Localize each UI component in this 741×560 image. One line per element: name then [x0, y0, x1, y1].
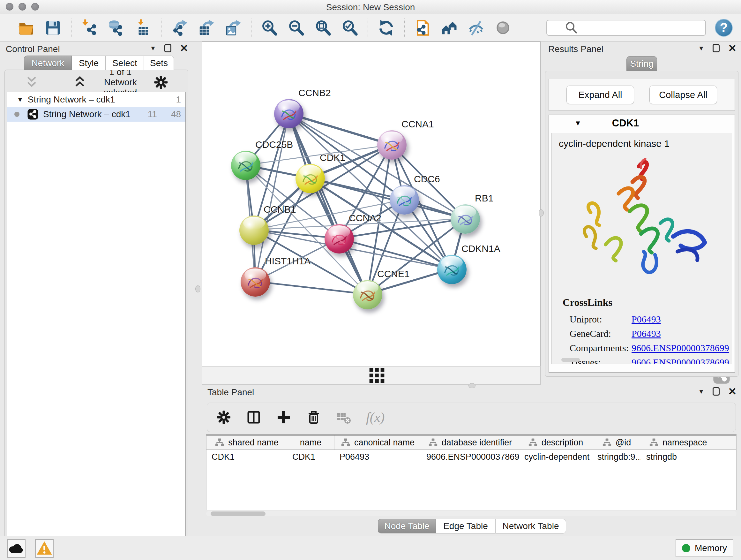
tab-select[interactable]: Select [106, 56, 144, 70]
save-button[interactable] [44, 18, 62, 37]
network-canvas[interactable]: CCNB2 CCNA1 CDC25B CDK1 CDC6 RB1CCNB1 [202, 42, 541, 366]
import-database-button[interactable] [107, 18, 125, 37]
control-panel-close-icon[interactable]: ✕ [180, 44, 188, 52]
collapse-all-networks-icon[interactable] [56, 75, 104, 90]
zoom-fit-button[interactable] [314, 18, 332, 37]
results-scrollbar-thumb[interactable] [561, 358, 580, 362]
import-table-button[interactable] [134, 18, 152, 37]
export-table-button[interactable] [197, 18, 215, 37]
table-tabs: Node TableEdge TableNetwork Table [378, 519, 566, 534]
crosslink-link[interactable]: 9606.ENSP00000378699 [631, 343, 729, 354]
string-results-box: Expand All Collapse All ▼ CDK1 cyclin-de… [545, 71, 738, 377]
hide-glyphs-button[interactable] [467, 18, 485, 37]
toolbar-separator [71, 18, 71, 37]
left-splitter-handle[interactable] [195, 286, 200, 293]
homes-button[interactable] [440, 18, 459, 37]
results-panel-close-icon[interactable]: ✕ [728, 44, 737, 52]
node-gloss [394, 186, 415, 199]
table-panel-close-icon[interactable]: ✕ [728, 387, 737, 395]
gene-section-header[interactable]: ▼ CDK1 [549, 115, 735, 132]
share-document-button[interactable] [413, 18, 432, 37]
network-node-cdk1[interactable] [295, 164, 325, 193]
warning-icon [36, 540, 53, 557]
table-panel-float-icon[interactable] [713, 387, 720, 395]
export-image-button[interactable] [224, 18, 242, 37]
table-panel-collapse-icon[interactable]: ▼ [698, 388, 704, 395]
warnings-button[interactable] [35, 539, 54, 558]
toolbar-separator [161, 18, 161, 37]
table-hscrollbar-thumb[interactable] [211, 511, 266, 516]
tab-node-table[interactable]: Node Table [378, 519, 436, 534]
cloud-status-button[interactable] [7, 539, 25, 558]
export-network-button[interactable] [170, 18, 189, 37]
column-header-canonical-name[interactable]: canonical name [334, 435, 421, 449]
import-network-button[interactable] [80, 18, 98, 37]
tree-expand-icon[interactable]: ▼ [17, 96, 23, 104]
memory-button[interactable]: Memory [676, 539, 733, 557]
network-options-gear-icon[interactable] [137, 75, 185, 90]
plus-icon[interactable] [276, 410, 291, 425]
network-tree-row[interactable]: String Network – cdk1 1148 [7, 107, 185, 122]
show-glyphs-button[interactable] [494, 18, 512, 37]
column-header-description[interactable]: description [519, 435, 592, 449]
node-label-cdc25b: CDC25B [255, 139, 293, 150]
network-node-cdkn1a[interactable] [437, 255, 467, 284]
table-cell: cyclin-dependent ... [519, 450, 592, 464]
grid-view-icon[interactable] [208, 367, 546, 384]
zoom-out-button[interactable] [287, 18, 306, 37]
zoom-selected-button[interactable] [340, 18, 359, 37]
crosslink-row: Tissues: 9606.ENSP00000378699 [569, 355, 725, 364]
tab-network[interactable]: Network [24, 56, 72, 70]
network-node-ccne1[interactable] [353, 280, 382, 309]
collapse-all-button[interactable]: Collapse All [650, 85, 717, 104]
network-tree-row[interactable]: ▼ String Network – cdk1 1 [7, 92, 185, 107]
results-panel-float-icon[interactable] [713, 44, 720, 52]
crosslink-link[interactable]: 9606.ENSP00000378699 [631, 357, 729, 364]
search-input[interactable] [595, 21, 701, 34]
control-panel-float-icon[interactable] [164, 44, 172, 52]
column-header-name[interactable]: name [287, 435, 334, 449]
network-node-cdc6[interactable] [390, 185, 419, 214]
network-node-ccnb1[interactable] [239, 215, 269, 245]
gear-icon[interactable] [216, 410, 231, 425]
network-node-hist1h1a[interactable] [241, 267, 270, 297]
tab-edge-table[interactable]: Edge Table [436, 519, 495, 534]
column-header-shared-name[interactable]: shared name [206, 435, 287, 449]
network-edge[interactable] [310, 178, 465, 219]
save-icon [44, 19, 62, 37]
open-folder-button[interactable] [17, 18, 36, 37]
results-panel-collapse-icon[interactable]: ▼ [698, 45, 704, 52]
table-remove-icon[interactable] [336, 410, 351, 425]
crosslink-link[interactable]: P06493 [631, 328, 661, 339]
column-header--id[interactable]: @id [592, 435, 641, 449]
expand-all-button[interactable]: Expand All [566, 85, 634, 104]
tab-sets[interactable]: Sets [144, 56, 174, 70]
column-header-database-identifier[interactable]: database identifier [421, 435, 519, 449]
network-node-ccnb2[interactable] [274, 99, 304, 128]
refresh-button[interactable] [377, 18, 395, 37]
control-panel-collapse-icon[interactable]: ▼ [150, 45, 156, 52]
network-node-cdc25b[interactable] [231, 151, 260, 180]
gene-section-collapse-icon[interactable]: ▼ [575, 119, 582, 127]
crosslink-link[interactable]: P06493 [631, 314, 661, 325]
network-edge[interactable] [288, 114, 367, 294]
tab-style[interactable]: Style [72, 56, 106, 70]
network-edge-layer [202, 42, 540, 366]
function-builder-icon[interactable]: f(x) [366, 410, 385, 425]
column-header-label: namespace [663, 438, 707, 448]
network-node-ccna1[interactable] [377, 130, 407, 160]
table-row[interactable]: CDK1CDK1P064939606.ENSP00000378699cyclin… [206, 450, 736, 464]
expand-all-networks-icon[interactable] [8, 75, 56, 90]
network-node-ccna2[interactable] [325, 224, 354, 253]
network-node-rb1[interactable] [451, 204, 480, 234]
column-header-namespace[interactable]: namespace [641, 435, 737, 449]
node-label-ccnb1: CCNB1 [264, 204, 296, 215]
tab-string[interactable]: String [626, 56, 657, 71]
help-button[interactable]: ? [715, 19, 733, 37]
network-edge[interactable] [255, 282, 367, 294]
zoom-in-button[interactable] [260, 18, 279, 37]
tab-network-table[interactable]: Network Table [495, 519, 566, 534]
columns-icon[interactable] [246, 410, 261, 425]
string-results-buttons: Expand All Collapse All [549, 79, 735, 111]
trash-icon[interactable] [306, 410, 321, 425]
